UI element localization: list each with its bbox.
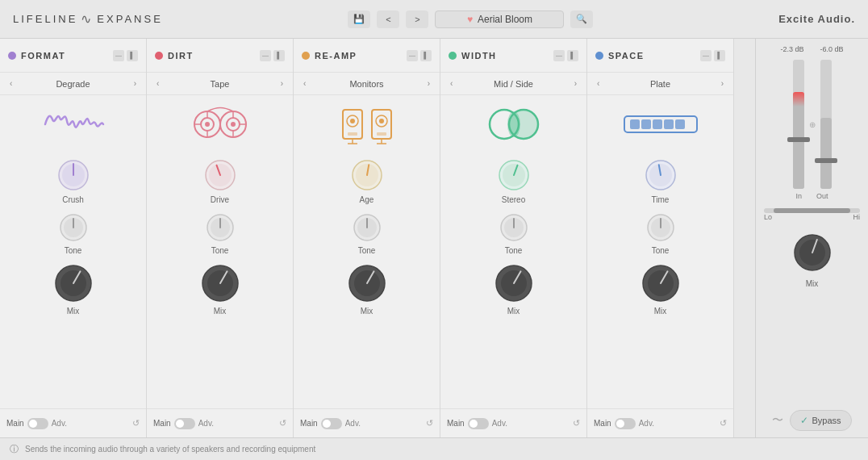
module-reamp-visual bbox=[294, 95, 440, 153]
svg-point-38 bbox=[379, 119, 384, 123]
space-mix-knob[interactable] bbox=[639, 261, 682, 305]
module-space-reset-button[interactable]: ↺ bbox=[720, 418, 727, 429]
module-reamp-title: RE-AMP bbox=[315, 51, 402, 61]
link-section: ⊕ bbox=[809, 120, 816, 129]
module-reamp-toggle[interactable] bbox=[321, 418, 342, 429]
module-space-toggle[interactable] bbox=[615, 418, 636, 429]
knob-group-stereo: Stereo bbox=[495, 157, 532, 204]
module-reamp: RE-AMP — ▌ ‹ Monitors › bbox=[294, 39, 440, 437]
module-space-dot[interactable] bbox=[595, 52, 603, 60]
module-format-mini-btn-2[interactable]: ▌ bbox=[127, 50, 138, 61]
module-width-toggle[interactable] bbox=[468, 418, 489, 429]
knob-group-width-tone: Tone bbox=[497, 211, 531, 255]
module-format-toggle[interactable] bbox=[27, 418, 48, 429]
module-format-next[interactable]: › bbox=[131, 77, 140, 90]
module-reamp-mini-btn-1[interactable]: — bbox=[407, 50, 418, 61]
module-dirt-dot[interactable] bbox=[155, 52, 163, 60]
right-mix-knob[interactable] bbox=[791, 231, 834, 274]
module-width-next[interactable]: › bbox=[571, 77, 580, 90]
logo-wave-icon: ∿ bbox=[81, 11, 94, 27]
modules-area: FORMAT — ▌ ‹ Degrade › bbox=[0, 39, 755, 437]
lo-hi-slider[interactable] bbox=[764, 208, 860, 213]
right-panel: -2.3 dB -6.0 dB ⊕ In Out bbox=[755, 39, 868, 437]
module-dirt-prev[interactable]: ‹ bbox=[153, 77, 162, 90]
module-format-prev[interactable]: ‹ bbox=[6, 77, 15, 90]
save-button[interactable]: 💾 bbox=[348, 10, 370, 28]
reamp-visual-icon bbox=[335, 103, 399, 145]
module-reamp-footer: Main Adv. ↺ bbox=[294, 408, 440, 437]
module-format-mini-btn-1[interactable]: — bbox=[113, 50, 124, 61]
svg-point-14 bbox=[231, 122, 236, 127]
module-reamp-header: RE-AMP — ▌ bbox=[294, 39, 440, 73]
knob-group-dirt-tone: Tone bbox=[203, 211, 237, 255]
search-button[interactable]: 🔍 bbox=[570, 10, 593, 28]
module-reamp-prev[interactable]: ‹ bbox=[300, 77, 309, 90]
module-reamp-next[interactable]: › bbox=[424, 77, 433, 90]
right-mix-label: Mix bbox=[791, 279, 834, 288]
reamp-tone-knob[interactable] bbox=[350, 211, 384, 245]
out-meter[interactable] bbox=[820, 60, 832, 189]
dirt-visual-icon bbox=[188, 103, 252, 145]
preset-name-display[interactable]: ♥ Aerial Bloom bbox=[435, 10, 564, 28]
format-mix-knob-label: Mix bbox=[67, 307, 80, 316]
module-width-dot[interactable] bbox=[449, 52, 457, 60]
bypass-button[interactable]: ✓ Bypass bbox=[790, 410, 851, 431]
space-visual-icon bbox=[620, 108, 701, 140]
module-space-mini-btn-2[interactable]: ▌ bbox=[714, 50, 725, 61]
space-tone-knob[interactable] bbox=[644, 211, 678, 245]
in-label: In bbox=[795, 192, 802, 200]
time-knob[interactable] bbox=[642, 157, 679, 194]
reamp-mix-knob[interactable] bbox=[345, 261, 389, 305]
prev-preset-button[interactable]: < bbox=[377, 10, 399, 28]
drive-knob[interactable] bbox=[202, 157, 239, 194]
reamp-mix-knob-label: Mix bbox=[361, 307, 373, 316]
brand-name: Excite Audio. bbox=[778, 13, 855, 25]
module-space-next[interactable]: › bbox=[718, 77, 727, 90]
module-reamp-mini-btn-2[interactable]: ▌ bbox=[420, 50, 432, 61]
next-preset-button[interactable]: > bbox=[406, 10, 428, 28]
module-width-mini-btn-2[interactable]: ▌ bbox=[567, 50, 578, 61]
module-format-header: FORMAT — ▌ bbox=[0, 39, 146, 73]
info-icon: ⓘ bbox=[10, 443, 19, 455]
module-dirt-mini-btn-2[interactable]: ▌ bbox=[273, 50, 285, 61]
age-knob[interactable] bbox=[348, 157, 386, 194]
module-width-mini-btn-1[interactable]: — bbox=[553, 50, 565, 61]
stereo-knob[interactable] bbox=[495, 157, 532, 194]
in-meter[interactable] bbox=[793, 60, 804, 189]
module-space-mini-btn-1[interactable]: — bbox=[700, 50, 712, 61]
format-tone-knob[interactable] bbox=[56, 211, 90, 245]
dirt-mix-knob-label: Mix bbox=[214, 307, 227, 316]
out-meter-slider[interactable] bbox=[815, 158, 837, 163]
module-dirt-controls: Drive Tone Mix bbox=[147, 153, 293, 408]
in-meter-slider[interactable] bbox=[787, 137, 810, 142]
module-space-title: SPACE bbox=[608, 51, 695, 61]
module-width-mini-btns: — ▌ bbox=[553, 50, 578, 61]
age-knob-label: Age bbox=[360, 195, 374, 204]
module-format-dot[interactable] bbox=[8, 52, 16, 60]
reamp-tone-knob-label: Tone bbox=[358, 246, 376, 255]
module-dirt-next[interactable]: › bbox=[278, 77, 286, 90]
module-width-reset-button[interactable]: ↺ bbox=[573, 418, 580, 429]
module-reamp-dot[interactable] bbox=[302, 52, 310, 60]
dirt-mix-knob[interactable] bbox=[198, 261, 242, 305]
crush-knob[interactable] bbox=[55, 157, 92, 194]
module-reamp-reset-button[interactable]: ↺ bbox=[426, 418, 433, 429]
right-mix-section: Mix bbox=[791, 231, 834, 288]
module-dirt-mini-btn-1[interactable]: — bbox=[260, 50, 271, 61]
format-mix-knob[interactable] bbox=[52, 261, 95, 305]
width-mix-knob[interactable] bbox=[492, 261, 536, 305]
width-tone-knob[interactable] bbox=[497, 211, 531, 245]
svg-rect-66 bbox=[653, 119, 662, 129]
module-dirt-reset-button[interactable]: ↺ bbox=[279, 418, 286, 429]
module-format-mini-btns: — ▌ bbox=[113, 50, 138, 61]
module-dirt-subnav: ‹ Tape › bbox=[147, 73, 293, 95]
module-format-main-label: Main bbox=[6, 419, 24, 428]
module-format-reset-button[interactable]: ↺ bbox=[132, 418, 140, 429]
module-width-prev[interactable]: ‹ bbox=[447, 77, 456, 90]
dirt-tone-knob[interactable] bbox=[203, 211, 237, 245]
module-dirt-toggle[interactable] bbox=[174, 418, 195, 429]
header-center: 💾 < > ♥ Aerial Bloom 🔍 bbox=[348, 10, 593, 28]
module-space-prev[interactable]: ‹ bbox=[594, 77, 603, 90]
bypass-check-icon: ✓ bbox=[800, 415, 808, 426]
module-dirt-title: DIRT bbox=[168, 51, 255, 61]
